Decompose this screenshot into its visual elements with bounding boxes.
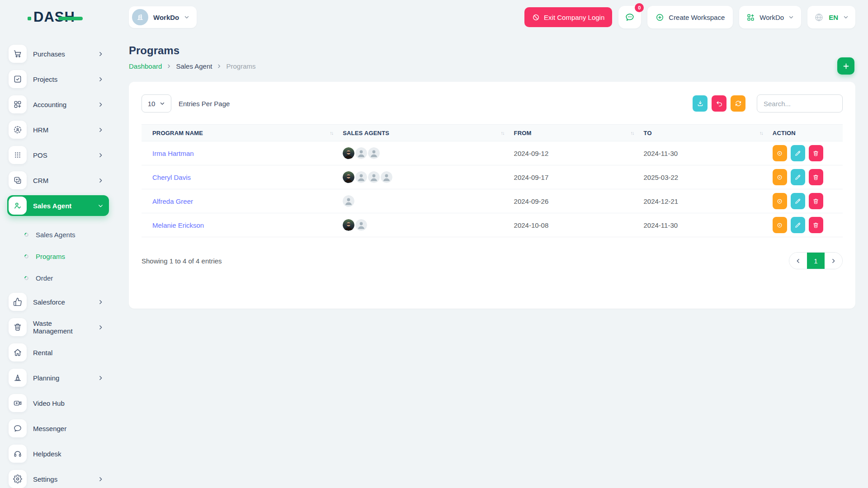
chevron-right-icon (98, 375, 104, 381)
sidebar-item-crm[interactable]: CRM (7, 170, 109, 191)
eye-icon (776, 198, 783, 205)
sales-agents-avatars (343, 195, 514, 207)
refresh-icon (735, 100, 742, 107)
program-name-link[interactable]: Melanie Erickson (152, 221, 204, 229)
chevron-right-icon (98, 299, 104, 305)
plus-icon (842, 62, 850, 70)
sales-agents-avatars (343, 219, 514, 231)
agent-placeholder-avatar (343, 195, 354, 207)
sales-agents-avatars (343, 147, 514, 159)
pagination: 1 (789, 252, 843, 269)
chevron-right-icon (98, 127, 104, 133)
sidebar-item-accounting[interactable]: Accounting (7, 94, 109, 115)
programs-card: 10 Entries Per Page (129, 82, 855, 309)
create-workspace-button[interactable]: Create Workspace (647, 6, 733, 28)
edit-button[interactable] (791, 193, 805, 209)
row-actions (773, 169, 843, 185)
sidebar-item-messenger[interactable]: Messenger (7, 418, 109, 439)
delete-button[interactable] (809, 169, 823, 185)
messages-button[interactable]: 0 (618, 6, 641, 28)
sidebar-item-salesforce[interactable]: Salesforce (7, 291, 109, 312)
to-date: 2025-03-22 (643, 165, 772, 189)
row-actions (773, 193, 843, 209)
trash-icon (812, 198, 819, 205)
pagination-page-1[interactable]: 1 (807, 252, 825, 269)
sidebar-item-pos[interactable]: POS (7, 145, 109, 165)
breadcrumb-dashboard-link[interactable]: Dashboard (129, 62, 162, 70)
sidebar-item-purchases[interactable]: Purchases (7, 43, 109, 64)
sidebar-item-video-hub[interactable]: Video Hub (7, 393, 109, 413)
program-name-link[interactable]: Alfreda Greer (152, 197, 193, 205)
sidebar-item-rental[interactable]: Rental (7, 342, 109, 363)
language-selector[interactable]: EN (807, 6, 855, 28)
trash-icon (9, 318, 27, 336)
refresh-button[interactable] (731, 95, 745, 112)
pagination-prev-button[interactable] (789, 252, 807, 269)
view-button[interactable] (773, 145, 787, 161)
chat-bubble-icon (9, 419, 27, 437)
column-header-program-name[interactable]: PROGRAM NAME↑↓ (142, 125, 343, 141)
delete-button[interactable] (809, 193, 823, 209)
column-header-from[interactable]: FROM↑↓ (514, 125, 644, 141)
chevron-right-icon (166, 64, 171, 69)
edit-button[interactable] (791, 217, 805, 233)
home-icon (9, 343, 27, 361)
sidebar-item-sales-agent[interactable]: Sales Agent (7, 195, 109, 216)
overlapping-squares-icon (9, 171, 27, 189)
sidebar-item-settings[interactable]: Settings (7, 469, 109, 488)
column-header-sales-agents[interactable]: SALES AGENTS↑↓ (343, 125, 514, 141)
submenu-item-programs[interactable]: Programs (7, 245, 109, 267)
sidebar-item-helpdesk[interactable]: Helpdesk (7, 443, 109, 464)
bullet-icon (24, 253, 29, 259)
workspace-dropdown[interactable]: WorkDo (739, 6, 801, 28)
delete-button[interactable] (809, 145, 823, 161)
edit-button[interactable] (791, 169, 805, 185)
search-input[interactable] (757, 94, 843, 113)
programs-table: PROGRAM NAME↑↓ SALES AGENTS↑↓ FROM↑↓ TO↑… (142, 124, 843, 237)
exit-company-login-button[interactable]: Exit Company Login (524, 7, 612, 27)
entries-per-page-label: Entries Per Page (179, 100, 230, 108)
showing-entries-text: Showing 1 to 4 of 4 entries (142, 257, 222, 265)
breadcrumb: Dashboard Sales Agent Programs (129, 62, 855, 70)
undo-arrow-icon (716, 100, 723, 107)
row-actions (773, 145, 843, 161)
submenu-item-order[interactable]: Order (7, 267, 109, 289)
agent-placeholder-avatar (355, 219, 367, 231)
agent-placeholder-avatar (355, 147, 367, 159)
chevron-right-icon (98, 102, 104, 108)
download-icon (697, 100, 704, 107)
view-button[interactable] (773, 169, 787, 185)
delete-button[interactable] (809, 217, 823, 233)
pencil-icon (794, 150, 801, 157)
column-header-to[interactable]: TO↑↓ (643, 125, 772, 141)
bullet-icon (24, 232, 29, 238)
cone-icon (9, 369, 27, 387)
from-date: 2024-10-08 (514, 213, 644, 237)
pagination-next-button[interactable] (825, 252, 842, 269)
bullet-icon (24, 275, 29, 281)
edit-button[interactable] (791, 145, 805, 161)
table-row: Cheryl Davis 2024-09-17 2025-03-22 (142, 165, 843, 189)
agent-placeholder-avatar (381, 171, 392, 183)
view-button[interactable] (773, 193, 787, 209)
sidebar-item-projects[interactable]: Projects (7, 69, 109, 89)
to-date: 2024-11-30 (643, 141, 772, 165)
program-name-link[interactable]: Irma Hartman (152, 150, 194, 157)
sidebar-item-hrm[interactable]: HRM (7, 119, 109, 140)
undo-button[interactable] (712, 95, 726, 112)
eye-icon (776, 222, 783, 229)
view-button[interactable] (773, 217, 787, 233)
app-logo[interactable]: DASH (33, 9, 75, 25)
submenu-item-sales-agents[interactable]: Sales Agents (7, 224, 109, 245)
grid-plus-icon (746, 13, 755, 22)
entries-per-page-select[interactable]: 10 (142, 94, 171, 113)
gear-icon (9, 470, 27, 488)
sidebar-item-planning[interactable]: Planning (7, 367, 109, 388)
add-program-button[interactable] (837, 57, 854, 75)
chevron-right-icon (217, 64, 222, 69)
program-name-link[interactable]: Cheryl Davis (152, 174, 191, 181)
workspace-selector[interactable]: WorkDo (129, 6, 197, 28)
sidebar-nav: Purchases Projects Accounting HRM PO (0, 34, 116, 488)
sidebar-item-waste-management[interactable]: Waste Management (7, 317, 109, 338)
export-download-button[interactable] (693, 95, 708, 112)
